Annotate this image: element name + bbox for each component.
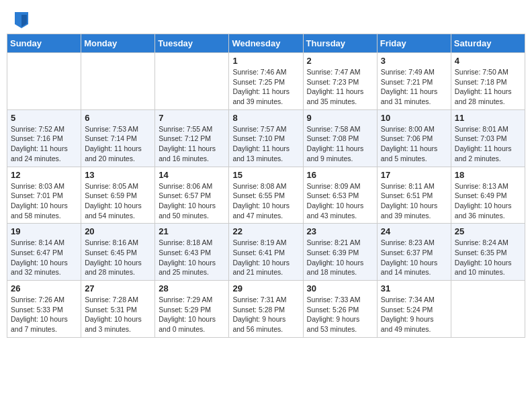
day-info: Sunrise: 8:00 AM Sunset: 7:06 PM Dayligh… (381, 124, 447, 164)
day-cell: 16Sunrise: 8:09 AM Sunset: 6:53 PM Dayli… (303, 167, 377, 224)
day-cell: 20Sunrise: 8:16 AM Sunset: 6:45 PM Dayli… (81, 224, 155, 281)
day-number: 19 (11, 226, 77, 236)
day-info: Sunrise: 8:18 AM Sunset: 6:43 PM Dayligh… (159, 238, 225, 277)
day-info: Sunrise: 8:21 AM Sunset: 6:39 PM Dayligh… (307, 238, 373, 277)
day-info: Sunrise: 7:50 AM Sunset: 7:18 PM Dayligh… (455, 67, 521, 107)
day-number: 31 (381, 283, 447, 293)
day-info: Sunrise: 7:31 AM Sunset: 5:28 PM Dayligh… (232, 295, 299, 334)
day-number: 20 (85, 226, 151, 236)
day-info: Sunrise: 8:06 AM Sunset: 6:57 PM Dayligh… (159, 181, 225, 221)
weekday-header-monday: Monday (81, 34, 155, 53)
day-number: 8 (232, 113, 299, 123)
day-cell: 21Sunrise: 8:18 AM Sunset: 6:43 PM Dayli… (155, 224, 229, 281)
weekday-header-saturday: Saturday (451, 34, 525, 53)
day-cell: 27Sunrise: 7:28 AM Sunset: 5:31 PM Dayli… (81, 281, 155, 338)
day-number: 24 (381, 226, 447, 236)
week-row-2: 12Sunrise: 8:03 AM Sunset: 7:01 PM Dayli… (7, 167, 525, 224)
day-cell: 7Sunrise: 7:55 AM Sunset: 7:12 PM Daylig… (155, 109, 229, 167)
day-cell: 4Sunrise: 7:50 AM Sunset: 7:18 PM Daylig… (451, 53, 525, 110)
day-number: 7 (159, 113, 225, 123)
day-cell (155, 53, 229, 110)
day-cell: 22Sunrise: 8:19 AM Sunset: 6:41 PM Dayli… (229, 224, 303, 281)
weekday-header-thursday: Thursday (303, 34, 377, 53)
weekday-header-friday: Friday (377, 34, 451, 53)
day-info: Sunrise: 7:47 AM Sunset: 7:23 PM Dayligh… (307, 67, 373, 107)
day-number: 14 (159, 170, 225, 180)
day-number: 9 (307, 113, 373, 123)
day-number: 12 (11, 170, 77, 180)
day-info: Sunrise: 8:23 AM Sunset: 6:37 PM Dayligh… (381, 238, 447, 277)
day-cell: 28Sunrise: 7:29 AM Sunset: 5:29 PM Dayli… (155, 281, 229, 338)
day-number: 6 (85, 113, 151, 123)
week-row-3: 19Sunrise: 8:14 AM Sunset: 6:47 PM Dayli… (7, 224, 525, 281)
day-cell: 31Sunrise: 7:34 AM Sunset: 5:24 PM Dayli… (377, 281, 451, 338)
weekday-header-wednesday: Wednesday (229, 34, 303, 53)
day-cell: 2Sunrise: 7:47 AM Sunset: 7:23 PM Daylig… (303, 53, 377, 110)
day-number: 13 (85, 170, 151, 180)
day-info: Sunrise: 7:52 AM Sunset: 7:16 PM Dayligh… (11, 124, 77, 164)
day-cell: 9Sunrise: 7:58 AM Sunset: 7:08 PM Daylig… (303, 109, 377, 167)
day-number: 18 (455, 170, 521, 180)
day-number: 28 (159, 283, 225, 293)
day-cell (7, 53, 81, 110)
day-cell: 3Sunrise: 7:49 AM Sunset: 7:21 PM Daylig… (377, 53, 451, 110)
week-row-1: 5Sunrise: 7:52 AM Sunset: 7:16 PM Daylig… (7, 109, 525, 167)
day-info: Sunrise: 8:24 AM Sunset: 6:35 PM Dayligh… (455, 238, 521, 277)
day-number: 17 (381, 170, 447, 180)
day-info: Sunrise: 8:08 AM Sunset: 6:55 PM Dayligh… (232, 181, 299, 221)
day-info: Sunrise: 7:46 AM Sunset: 7:25 PM Dayligh… (232, 67, 299, 107)
day-number: 10 (381, 113, 447, 123)
day-number: 11 (455, 113, 521, 123)
page-header (7, 7, 525, 28)
day-number: 22 (232, 226, 299, 236)
day-cell: 10Sunrise: 8:00 AM Sunset: 7:06 PM Dayli… (377, 109, 451, 167)
day-cell: 23Sunrise: 8:21 AM Sunset: 6:39 PM Dayli… (303, 224, 377, 281)
day-cell: 1Sunrise: 7:46 AM Sunset: 7:25 PM Daylig… (229, 53, 303, 110)
day-cell: 17Sunrise: 8:11 AM Sunset: 6:51 PM Dayli… (377, 167, 451, 224)
day-cell: 30Sunrise: 7:33 AM Sunset: 5:26 PM Dayli… (303, 281, 377, 338)
day-cell: 26Sunrise: 7:26 AM Sunset: 5:33 PM Dayli… (7, 281, 81, 338)
day-number: 29 (232, 283, 299, 293)
day-cell: 11Sunrise: 8:01 AM Sunset: 7:03 PM Dayli… (451, 109, 525, 167)
day-number: 2 (307, 56, 373, 66)
day-number: 26 (11, 283, 77, 293)
week-row-4: 26Sunrise: 7:26 AM Sunset: 5:33 PM Dayli… (7, 281, 525, 338)
weekday-header-sunday: Sunday (7, 34, 81, 53)
day-cell (81, 53, 155, 110)
day-info: Sunrise: 8:19 AM Sunset: 6:41 PM Dayligh… (232, 238, 299, 277)
day-cell: 29Sunrise: 7:31 AM Sunset: 5:28 PM Dayli… (229, 281, 303, 338)
day-info: Sunrise: 8:16 AM Sunset: 6:45 PM Dayligh… (85, 238, 151, 277)
day-info: Sunrise: 8:13 AM Sunset: 6:49 PM Dayligh… (455, 181, 521, 221)
day-number: 4 (455, 56, 521, 66)
day-cell: 24Sunrise: 8:23 AM Sunset: 6:37 PM Dayli… (377, 224, 451, 281)
week-row-0: 1Sunrise: 7:46 AM Sunset: 7:25 PM Daylig… (7, 53, 525, 110)
day-info: Sunrise: 7:28 AM Sunset: 5:31 PM Dayligh… (85, 295, 151, 334)
day-cell: 18Sunrise: 8:13 AM Sunset: 6:49 PM Dayli… (451, 167, 525, 224)
day-info: Sunrise: 7:55 AM Sunset: 7:12 PM Dayligh… (159, 124, 225, 164)
day-info: Sunrise: 7:49 AM Sunset: 7:21 PM Dayligh… (381, 67, 447, 107)
day-info: Sunrise: 8:09 AM Sunset: 6:53 PM Dayligh… (307, 181, 373, 221)
day-info: Sunrise: 8:11 AM Sunset: 6:51 PM Dayligh… (381, 181, 447, 221)
day-cell: 13Sunrise: 8:05 AM Sunset: 6:59 PM Dayli… (81, 167, 155, 224)
day-cell: 6Sunrise: 7:53 AM Sunset: 7:14 PM Daylig… (81, 109, 155, 167)
weekday-header-row: SundayMondayTuesdayWednesdayThursdayFrid… (7, 34, 525, 53)
day-info: Sunrise: 8:14 AM Sunset: 6:47 PM Dayligh… (11, 238, 77, 277)
day-number: 21 (159, 226, 225, 236)
day-info: Sunrise: 8:03 AM Sunset: 7:01 PM Dayligh… (11, 181, 77, 221)
day-number: 25 (455, 226, 521, 236)
day-info: Sunrise: 8:01 AM Sunset: 7:03 PM Dayligh… (455, 124, 521, 164)
day-cell: 12Sunrise: 8:03 AM Sunset: 7:01 PM Dayli… (7, 167, 81, 224)
day-number: 3 (381, 56, 447, 66)
day-cell: 25Sunrise: 8:24 AM Sunset: 6:35 PM Dayli… (451, 224, 525, 281)
calendar-table: SundayMondayTuesdayWednesdayThursdayFrid… (7, 34, 525, 338)
weekday-header-tuesday: Tuesday (155, 34, 229, 53)
day-info: Sunrise: 7:53 AM Sunset: 7:14 PM Dayligh… (85, 124, 151, 164)
day-info: Sunrise: 7:57 AM Sunset: 7:10 PM Dayligh… (232, 124, 299, 164)
day-info: Sunrise: 7:26 AM Sunset: 5:33 PM Dayligh… (11, 295, 77, 334)
day-info: Sunrise: 7:33 AM Sunset: 5:26 PM Dayligh… (307, 295, 373, 334)
day-info: Sunrise: 7:29 AM Sunset: 5:29 PM Dayligh… (159, 295, 225, 334)
day-number: 16 (307, 170, 373, 180)
day-number: 1 (232, 56, 299, 66)
day-cell: 14Sunrise: 8:06 AM Sunset: 6:57 PM Dayli… (155, 167, 229, 224)
day-cell: 8Sunrise: 7:57 AM Sunset: 7:10 PM Daylig… (229, 109, 303, 167)
